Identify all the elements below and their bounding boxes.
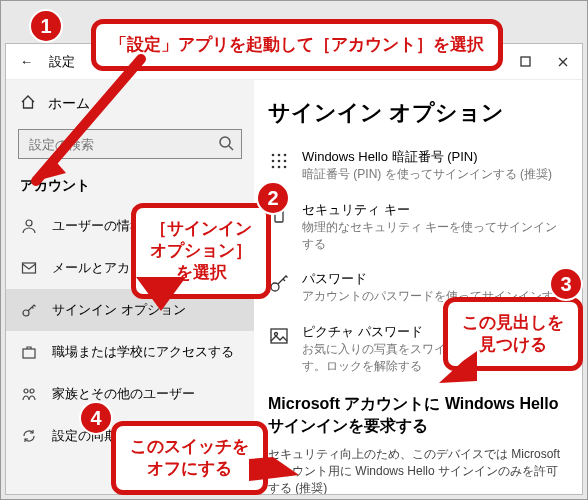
svg-point-16 (278, 160, 281, 163)
svg-point-11 (30, 389, 34, 393)
annotation-arrow-4 (249, 451, 309, 491)
page-heading: サインイン オプション (268, 98, 566, 128)
close-button[interactable] (544, 44, 582, 80)
sync-icon (20, 427, 38, 445)
svg-point-17 (284, 160, 287, 163)
option-sub: 暗証番号 (PIN) を使ってサインインする (推奨) (302, 166, 552, 183)
svg-point-10 (24, 389, 28, 393)
svg-point-12 (272, 154, 275, 157)
mail-icon (20, 259, 38, 277)
svg-marker-30 (249, 457, 299, 481)
svg-point-20 (284, 166, 287, 169)
option-sub: 物理的なセキュリティ キーを使ってサインインする (302, 219, 566, 253)
key-icon (20, 301, 38, 319)
svg-point-18 (272, 166, 275, 169)
sidebar-item-family[interactable]: 家族とその他のユーザー (6, 373, 254, 415)
annotation-arrow-2 (131, 277, 191, 317)
require-hello-help: セキュリティ向上のため、このデバイスでは Microsoft アカウント用に W… (268, 446, 566, 494)
annotation-badge-2: 2 (256, 181, 290, 215)
picture-icon (268, 325, 290, 347)
user-icon (20, 217, 38, 235)
svg-rect-24 (271, 329, 287, 343)
maximize-button[interactable] (506, 44, 544, 80)
annotation-badge-3: 3 (549, 267, 583, 301)
svg-rect-7 (23, 263, 36, 273)
svg-point-25 (275, 333, 278, 336)
option-title: セキュリティ キー (302, 201, 566, 219)
sidebar-item-work[interactable]: 職場または学校にアクセスする (6, 331, 254, 373)
pin-grid-icon (268, 150, 290, 172)
svg-line-5 (229, 146, 233, 150)
svg-point-23 (271, 283, 279, 291)
main-pane: サインイン オプション Windows Hello 暗証番号 (PIN) 暗証番… (254, 80, 582, 494)
option-security-key[interactable]: セキュリティ キー 物理的なセキュリティ キーを使ってサインインする (268, 201, 566, 253)
option-title: Windows Hello 暗証番号 (PIN) (302, 148, 552, 166)
svg-point-15 (272, 160, 275, 163)
annotation-arrow-3 (433, 351, 481, 391)
family-icon (20, 385, 38, 403)
option-pin[interactable]: Windows Hello 暗証番号 (PIN) 暗証番号 (PIN) を使って… (268, 148, 566, 183)
search-icon (218, 135, 236, 153)
svg-point-4 (220, 137, 230, 147)
briefcase-icon (20, 343, 38, 361)
option-title: パスワード (302, 270, 566, 288)
svg-rect-9 (23, 349, 35, 358)
sidebar-item-label: 家族とその他のユーザー (52, 385, 195, 403)
svg-marker-28 (136, 277, 186, 311)
sidebar-item-label: ユーザーの情報 (52, 217, 143, 235)
svg-point-6 (26, 220, 32, 226)
annotation-badge-1: 1 (29, 9, 63, 43)
annotation-arrow-1 (11, 51, 181, 201)
svg-point-13 (278, 154, 281, 157)
svg-point-19 (278, 166, 281, 169)
require-hello-heading: Microsoft アカウントに Windows Hello サインインを要求す… (268, 393, 566, 438)
sidebar-item-label: 職場または学校にアクセスする (52, 343, 234, 361)
annotation-badge-4: 4 (79, 401, 113, 435)
annotation-callout-4: このスイッチを オフにする (111, 421, 268, 495)
svg-marker-29 (439, 351, 477, 383)
key-outline-icon (268, 272, 290, 294)
svg-point-14 (284, 154, 287, 157)
svg-rect-1 (521, 57, 530, 66)
